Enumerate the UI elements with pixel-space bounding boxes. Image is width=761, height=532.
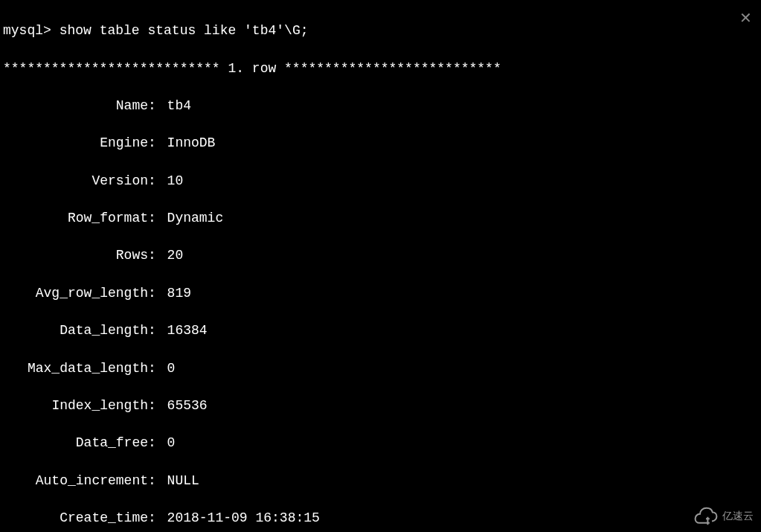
- field-label: Index_length: [3, 397, 148, 415]
- field-value: 65536: [167, 397, 208, 415]
- field-value: 20: [167, 246, 184, 265]
- field-row-name: Name: tb4: [3, 97, 758, 115]
- watermark: 亿速云: [694, 507, 754, 526]
- watermark-text: 亿速云: [722, 509, 754, 524]
- row-separator: *************************** 1. row *****…: [3, 60, 758, 78]
- field-row-engine: Engine: InnoDB: [3, 134, 758, 153]
- field-value: 16384: [167, 321, 208, 340]
- field-label: Auto_increment: [3, 472, 148, 490]
- field-row-datafree: Data_free: 0: [3, 434, 758, 452]
- field-value: InnoDB: [167, 134, 216, 153]
- field-value: 2018-11-09 16:38:15: [167, 509, 320, 528]
- command-line-1: mysql> show table status like 'tb4'\G;: [3, 22, 758, 40]
- field-value: 10: [167, 172, 184, 190]
- field-label: Data_free: [3, 434, 148, 452]
- field-value: tb4: [167, 97, 191, 115]
- field-label: Rows: [3, 246, 148, 265]
- field-value: 819: [167, 284, 191, 303]
- close-icon[interactable]: ✕: [739, 7, 752, 28]
- field-row-createtime: Create_time: 2018-11-09 16:38:15: [3, 509, 758, 528]
- field-row-autoincrement: Auto_increment: NULL: [3, 472, 758, 490]
- field-row-rowformat: Row_format: Dynamic: [3, 209, 758, 228]
- field-label: Engine: [3, 134, 148, 153]
- field-row-rows: Rows: 20: [3, 246, 758, 265]
- mysql-prompt: mysql>: [3, 23, 51, 38]
- field-label: Row_format: [3, 209, 148, 228]
- cloud-logo-icon: [694, 507, 718, 526]
- field-label: Max_data_length: [3, 359, 148, 378]
- sql-command-1: show table status like 'tb4'\G;: [60, 23, 309, 38]
- terminal-output: mysql> show table status like 'tb4'\G; *…: [3, 3, 758, 532]
- field-value: NULL: [167, 472, 199, 490]
- field-value: 0: [167, 434, 176, 452]
- field-label: Create_time: [3, 509, 148, 528]
- field-label: Data_length: [3, 321, 148, 340]
- field-value: Dynamic: [167, 209, 224, 228]
- field-row-indexlength: Index_length: 65536: [3, 397, 758, 415]
- field-row-avgrowlength: Avg_row_length: 819: [3, 284, 758, 303]
- field-row-maxdatalength: Max_data_length: 0: [3, 359, 758, 378]
- field-row-version: Version: 10: [3, 172, 758, 190]
- field-label: Version: [3, 172, 148, 190]
- field-value: 0: [167, 359, 176, 378]
- field-label: Avg_row_length: [3, 284, 148, 303]
- field-row-datalength: Data_length: 16384: [3, 321, 758, 340]
- field-label: Name: [3, 97, 148, 115]
